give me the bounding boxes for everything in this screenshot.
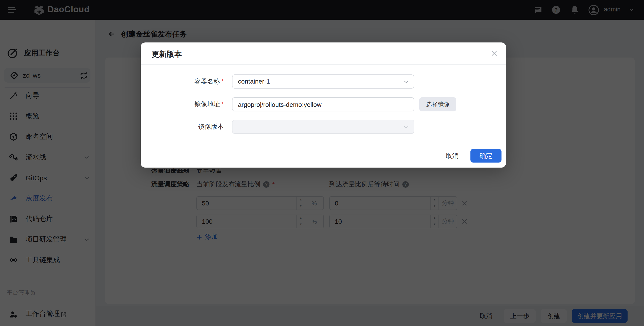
select-image-button[interactable]: 选择镜像 <box>419 97 456 112</box>
chevron-down-icon <box>403 124 409 130</box>
modal-footer-divider <box>141 143 506 143</box>
image-address-input[interactable] <box>232 97 414 112</box>
app-root: DaoCloud ? admin 应用工作台 zcl- <box>0 0 644 326</box>
update-version-modal: 更新版本 容器名称* container-1 镜像地址* 选择镜像 镜像版本 取… <box>141 42 506 168</box>
close-icon[interactable] <box>490 50 498 57</box>
modal-title: 更新版本 <box>152 49 182 59</box>
modal-header-divider <box>141 64 506 65</box>
selected-value: container-1 <box>232 75 414 88</box>
container-name-label: 容器名称* <box>171 78 224 86</box>
image-version-label: 镜像版本 <box>171 123 224 131</box>
container-name-select[interactable]: container-1 <box>232 74 414 88</box>
modal-cancel-button[interactable]: 取消 <box>438 149 466 162</box>
label-text: 镜像版本 <box>198 123 224 130</box>
chevron-down-icon <box>403 79 409 85</box>
image-version-select[interactable] <box>232 120 414 134</box>
image-address-label: 镜像地址* <box>171 100 224 109</box>
label-text: 镜像地址 <box>194 100 220 108</box>
required-asterisk: * <box>221 78 224 85</box>
label-text: 容器名称 <box>194 78 220 85</box>
modal-ok-button[interactable]: 确定 <box>470 149 502 162</box>
required-asterisk: * <box>221 100 224 108</box>
